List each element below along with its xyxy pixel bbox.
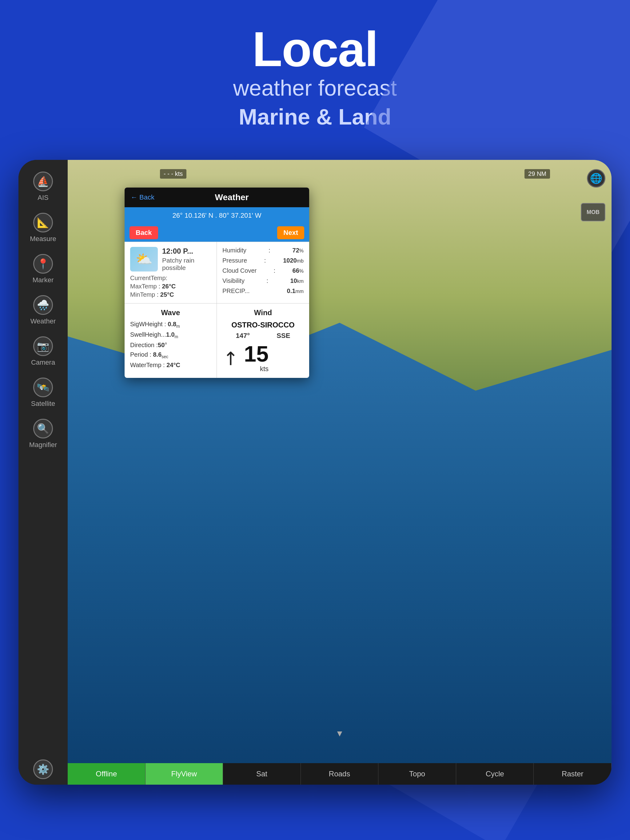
sidebar-item-ais[interactable]: ⛵ AIS [22,166,65,207]
direction-row: Direction :50° [130,342,211,349]
wind-cell: Wind OSTRO-SIROCCO 147° SSE ↗ 15 kts [217,303,309,378]
next-button[interactable]: Next [277,226,304,239]
humidity-unit: % [299,248,304,253]
sidebar-item-satellite[interactable]: 🛰️ Satellite [22,372,65,413]
cloud-cover-value: 66% [293,267,304,274]
weather-main-info: ⛅ 12:00 P... Patchy rain possible [130,247,211,272]
visibility-value: 10km [290,277,304,284]
sidebar-item-settings[interactable]: ⚙️ [22,754,65,785]
header-subtitle1: weather forecast [0,74,630,103]
tab-sat[interactable]: Sat [223,763,301,785]
humidity-row: Humidity : 72% [222,247,304,254]
sidebar-item-weather[interactable]: 🌧️ Weather [22,290,65,331]
popup-nav: Back Next [125,224,309,242]
weather-time-desc: 12:00 P... Patchy rain possible [162,247,211,272]
swell-label: SwellHeigh... [130,331,166,338]
water-temp-label: WaterTemp [130,362,161,368]
tab-topo[interactable]: Topo [378,763,456,785]
sidebar-label-camera: Camera [31,358,55,366]
ais-icon: ⛵ [33,172,53,191]
header-subtitle2: Marine & Land [0,103,630,132]
min-temp-colon: : [157,291,160,298]
wind-name: OSTRO-SIROCCO [222,321,304,329]
wave-cell: Wave SigWHeight : 0.8m SwellHeigh...1.0m… [125,303,217,378]
tab-cycle[interactable]: Cycle [456,763,534,785]
sidebar-label-ais: AIS [38,194,48,202]
sidebar-item-marker[interactable]: 📍 Marker [22,248,65,290]
sidebar-label-marker: Marker [33,276,54,284]
sidebar-item-measure[interactable]: 📐 Measure [22,207,65,248]
sig-wave-unit: m [176,324,180,329]
humidity-colon: : [269,247,271,254]
sidebar-label-satellite: Satellite [31,400,55,408]
magnifier-icon: 🔍 [33,419,53,439]
cloud-colon: : [274,267,275,274]
tab-bar: Offline FlyView Sat Roads Topo Cycle Ras… [68,763,611,785]
cloud-cover-unit: % [299,268,304,274]
wind-direction: SSE [277,332,290,340]
min-temp-row: MinTemp : 25°C [130,291,211,298]
globe-icon[interactable]: 🌐 [587,169,605,188]
cloud-cover-row: Cloud Cover : 66% [222,267,304,274]
wind-arrow-icon: ↗ [217,345,243,371]
tab-roads[interactable]: Roads [301,763,379,785]
camera-icon: 📷 [33,336,53,356]
visibility-unit: km [297,279,304,284]
sidebar: ⛵ AIS 📐 Measure 📍 Marker 🌧️ Weather 📷 Ca… [19,160,68,785]
popup-back-link[interactable]: ← Back [131,193,154,201]
max-temp-value: 26°C [162,283,176,290]
weather-main-cell: ⛅ 12:00 P... Patchy rain possible Curren… [125,242,217,303]
sidebar-label-weather: Weather [30,317,56,325]
app-header: Local weather forecast Marine & Land [0,0,630,150]
wind-title: Wind [222,308,304,317]
humidity-label: Humidity [222,247,246,254]
scroll-indicator: ▼ [335,729,344,739]
precip-label: PRECIP... [222,287,250,295]
sidebar-item-magnifier[interactable]: 🔍 Magnifier [22,413,65,455]
pressure-value: 1020mb [283,257,304,264]
visibility-row: Visibility : 10km [222,277,304,284]
visibility-label: Visibility [222,277,245,284]
map-background: - - - kts 29 NM 🌐 MOB ← Back Weather 26°… [68,160,611,763]
direction-unit: ° [165,342,167,348]
period-unit: sec [161,354,168,359]
max-temp-row: MaxTemp : 26°C [130,283,211,290]
marker-icon: 📍 [33,254,53,274]
period-value: 8.6 [153,351,161,358]
back-button[interactable]: Back [130,226,158,239]
sidebar-label-magnifier: Magnifier [29,441,57,449]
wind-arrow-container: ↗ 15 kts [222,343,304,373]
tab-offline[interactable]: Offline [68,763,146,785]
tab-raster[interactable]: Raster [534,763,611,785]
cloud-cover-label: Cloud Cover [222,267,256,274]
sig-wave-value: 0.8 [168,321,176,327]
wind-degrees: 147° [236,332,250,340]
min-temp-label: MinTemp [130,291,155,298]
precip-row: PRECIP... 0.1mm [222,287,304,295]
water-temp-row: WaterTemp : 24°C [130,362,211,369]
weather-time: 12:00 P... [162,247,211,256]
pressure-colon: : [264,257,266,264]
weather-stats-cell: Humidity : 72% Pressure : 1020mb Cloud C… [217,242,309,303]
period-label: Period [130,351,148,358]
pressure-unit: mb [297,258,304,264]
min-temp-value: 25°C [160,291,174,298]
measure-icon: 📐 [33,213,53,232]
sidebar-item-camera[interactable]: 📷 Camera [22,331,65,372]
header-title-bold: Local [0,25,630,74]
weather-icon: 🌧️ [33,295,53,315]
weather-condition-icon: ⛅ [130,247,158,272]
tab-flyview[interactable]: FlyView [146,763,223,785]
weather-description: Patchy rain possible [162,257,211,272]
max-temp-colon: : [158,283,162,290]
settings-icon: ⚙️ [33,759,53,779]
pressure-row: Pressure : 1020mb [222,257,304,264]
mob-button[interactable]: MOB [581,203,605,221]
direction-value: 50 [158,342,165,348]
current-temp-label: CurrentTemp: [130,275,211,282]
sig-wave-row: SigWHeight : 0.8m [130,321,211,329]
popup-header: ← Back Weather [125,188,309,207]
visibility-colon: : [266,277,268,284]
pressure-label: Pressure [222,257,247,264]
map-scale: - - - kts [160,169,187,178]
